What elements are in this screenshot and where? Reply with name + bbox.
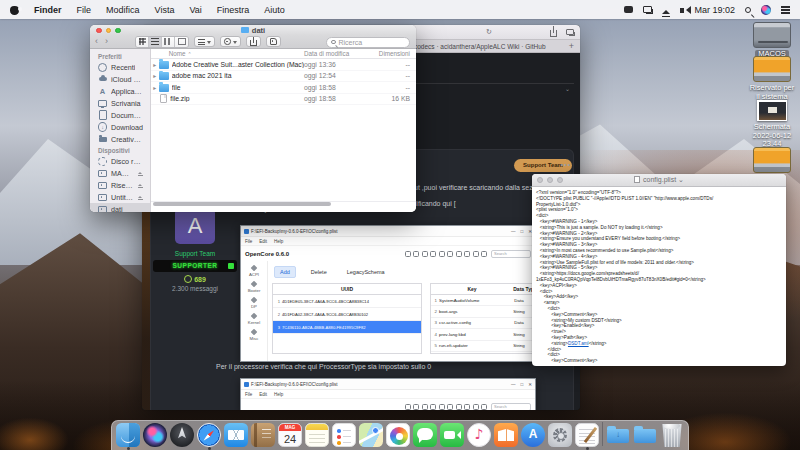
menu-bar-clock[interactable]: Mar 19:02: [694, 5, 735, 15]
file-row[interactable]: ▸ file oggi 18:58 --: [151, 82, 416, 94]
menu-item[interactable]: File: [77, 5, 92, 15]
tags-button[interactable]: [266, 36, 281, 47]
dock-item-downloads[interactable]: [606, 422, 630, 448]
sidebar-item[interactable]: dati: [90, 203, 150, 212]
dock-item-books[interactable]: [494, 422, 518, 448]
sidebar-item[interactable]: Riservato per il s...: [90, 179, 150, 191]
sidebar-item[interactable]: Applicazioni: [90, 85, 150, 97]
menu-item[interactable]: Finestra: [217, 5, 250, 15]
spotlight-icon[interactable]: [745, 7, 751, 13]
dock-item-calendar[interactable]: MAG 24: [278, 422, 302, 448]
share-button[interactable]: [246, 36, 261, 47]
dock-separator[interactable]: [602, 422, 603, 448]
icon-view-button[interactable]: [136, 37, 149, 47]
file-row[interactable]: ▸ adobe mac 2021 ita oggi 12:54 --: [151, 71, 416, 83]
sidebar-item[interactable]: iCloud Drive: [90, 73, 150, 85]
dock-item-finder[interactable]: [116, 422, 140, 448]
dock-item-maps[interactable]: [359, 422, 383, 448]
menu-item[interactable]: Finder: [34, 5, 62, 15]
dock-app-icon: [332, 423, 356, 447]
desktop-icon-schermata[interactable]: Schermata 2022-06-12 23.44: [749, 100, 795, 149]
column-header-name[interactable]: Nome⌃: [151, 50, 304, 57]
column-view-button[interactable]: [162, 37, 175, 47]
nav-glyph-icon: [251, 281, 258, 288]
sidebar-item[interactable]: Download: [90, 121, 150, 133]
column-header-size[interactable]: Dimensioni: [376, 50, 416, 57]
gear-icon: [224, 38, 231, 45]
share-icon[interactable]: [550, 30, 557, 37]
plist-text-content[interactable]: <?xml version="1.0" encoding="UTF-8"?><!…: [532, 187, 786, 366]
action-menu-button[interactable]: [220, 36, 241, 47]
eject-icon[interactable]: [138, 182, 144, 188]
uuid-row: 2 4D1FDA02-38C7-4A6A-9CC6-4BCCA8B30102: [273, 308, 421, 321]
disclosure-triangle-icon[interactable]: ▸: [151, 84, 159, 91]
file-row[interactable]: ▸ Adobe Creative Suit...aster Collection…: [151, 59, 416, 71]
tab-overview-icon[interactable]: [566, 29, 574, 35]
menu-item[interactable]: Vai: [189, 5, 201, 15]
eject-icon[interactable]: [138, 170, 144, 176]
desktop-icon-drive2[interactable]: [749, 147, 795, 173]
gallery-view-button[interactable]: [175, 37, 188, 47]
group-by-button[interactable]: [194, 36, 215, 47]
input-source-icon[interactable]: [624, 6, 633, 13]
dock-item-documents-folder[interactable]: [633, 422, 657, 448]
desktop-icon-macos[interactable]: MACOS: [749, 22, 795, 59]
back-button[interactable]: ‹: [95, 36, 98, 46]
sidebar-item[interactable]: Documenti: [90, 109, 150, 121]
dock-item-contacts[interactable]: [251, 422, 275, 448]
horizontal-scrollbar[interactable]: [153, 202, 331, 207]
dock-item-reminders[interactable]: [332, 422, 356, 448]
dock-item-safari[interactable]: [197, 422, 221, 448]
dock-item-launchpad[interactable]: [170, 422, 194, 448]
siri-icon[interactable]: [761, 5, 771, 15]
forward-button[interactable]: ›: [105, 36, 108, 46]
sort-indicator: ⌃: [188, 51, 192, 57]
chevron-down-icon[interactable]: ⌄: [565, 85, 570, 92]
list-view-button[interactable]: [149, 37, 162, 47]
list-column-headers: Nome⌃ Data di modifica Dimensioni: [151, 49, 416, 59]
dock-item-appstore[interactable]: [521, 422, 545, 448]
menu-item[interactable]: Modifica: [106, 5, 140, 15]
disclosure-triangle-icon[interactable]: ▸: [151, 61, 159, 68]
eject-icon[interactable]: [662, 6, 670, 14]
ocat-menu-item: File: [245, 239, 252, 244]
tab-title[interactable]: codecs · acidanthera/AppleALC Wiki · Git…: [414, 43, 546, 50]
ocat-title: F:\EFI-Backup\my-0.6.0-EFI\OC\config.pli…: [251, 229, 338, 234]
search-input[interactable]: Ricerca: [326, 37, 410, 48]
dock-item-siri[interactable]: [143, 422, 167, 448]
sidebar-item[interactable]: Disco remoto: [90, 155, 150, 167]
apple-menu-icon[interactable]: [10, 4, 20, 15]
sidebar-item[interactable]: Untitled: [90, 191, 150, 203]
avatar[interactable]: A: [175, 208, 215, 244]
finder-title-bar[interactable]: dati: [90, 25, 416, 35]
dock-item-facetime[interactable]: [440, 422, 464, 448]
display-mirroring-icon[interactable]: [643, 6, 652, 13]
new-tab-button[interactable]: +: [569, 41, 574, 51]
dock-item-textedit[interactable]: [575, 422, 599, 448]
sidebar-item[interactable]: MACOS: [90, 167, 150, 179]
dock-item-itunes[interactable]: [467, 422, 491, 448]
file-row[interactable]: file.zip oggi 18:58 16 KB: [151, 94, 416, 106]
chevron-down-icon: ⌄: [678, 176, 684, 183]
desktop-icon-riservato[interactable]: Riservato per il sistema: [749, 56, 795, 101]
reload-icon[interactable]: ↻: [486, 28, 492, 36]
dock-item-trash[interactable]: [660, 422, 684, 448]
more-options-icon[interactable]: •••: [561, 161, 571, 168]
menu-item[interactable]: Aiuto: [264, 5, 285, 15]
dock-item-mail[interactable]: [224, 422, 248, 448]
disclosure-triangle-icon[interactable]: ▸: [151, 72, 159, 79]
volume-icon[interactable]: [680, 8, 684, 13]
dock-item-sysprefs[interactable]: [548, 422, 572, 448]
column-header-date[interactable]: Data di modifica: [304, 50, 376, 57]
dock-item-photos[interactable]: [386, 422, 410, 448]
sidebar-item[interactable]: Recenti: [90, 61, 150, 73]
textedit-title-bar[interactable]: config.plist ⌄: [532, 174, 786, 187]
eject-icon[interactable]: [138, 194, 144, 200]
notification-center-icon[interactable]: [781, 6, 790, 8]
menu-item[interactable]: Vista: [155, 5, 175, 15]
sidebar-item[interactable]: Creative Cloud Files: [90, 133, 150, 145]
dock-item-notes[interactable]: [305, 422, 329, 448]
sidebar-item[interactable]: Scrivania: [90, 97, 150, 109]
dock-item-messages[interactable]: [413, 422, 437, 448]
external-drive-icon: [753, 56, 791, 82]
